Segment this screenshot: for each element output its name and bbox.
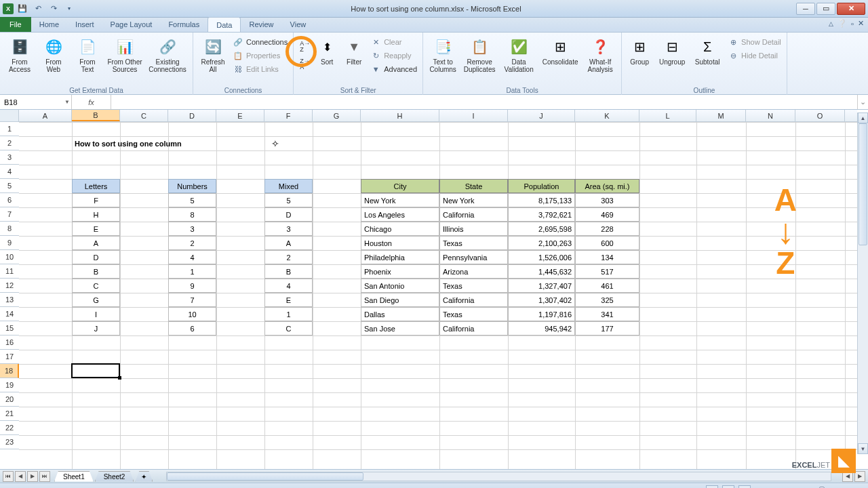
row-header-19[interactable]: 19 xyxy=(0,378,19,392)
formula-input[interactable] xyxy=(111,95,857,109)
text-to-columns-button[interactable]: 📑Text to Columns xyxy=(427,35,458,73)
cell[interactable]: 3 xyxy=(168,222,216,236)
column-header-M[interactable]: M xyxy=(696,110,746,121)
cell[interactable]: A xyxy=(264,236,313,250)
cell[interactable]: G xyxy=(72,293,120,307)
cell[interactable]: 3 xyxy=(264,222,313,236)
hscroll-thumb[interactable] xyxy=(167,472,363,481)
cell[interactable]: 8 xyxy=(168,207,216,222)
remove-duplicates-button[interactable]: 📋Remove Duplicates xyxy=(461,35,498,73)
cell[interactable]: New York xyxy=(439,193,508,207)
cell[interactable]: Chicago xyxy=(361,222,439,236)
cell[interactable]: D xyxy=(72,250,120,264)
cell[interactable]: 469 xyxy=(575,207,639,222)
column-header-J[interactable]: J xyxy=(508,110,575,121)
cell[interactable]: A xyxy=(72,236,120,250)
cell[interactable]: Area (sq. mi.) xyxy=(575,179,639,193)
row-header-20[interactable]: 20 xyxy=(0,392,19,407)
group-button[interactable]: ⊞Group xyxy=(626,35,653,66)
cell[interactable]: San Jose xyxy=(361,321,439,336)
column-header-D[interactable]: D xyxy=(168,110,216,121)
row-header-11[interactable]: 11 xyxy=(0,264,19,279)
from-text-button[interactable]: 📄From Text xyxy=(72,35,103,73)
row-header-2[interactable]: 2 xyxy=(0,136,19,150)
cell[interactable]: 5 xyxy=(264,193,313,207)
row-header-14[interactable]: 14 xyxy=(0,307,19,321)
advanced-filter-button[interactable]: ▼Advanced xyxy=(369,63,418,75)
cell[interactable]: Texas xyxy=(439,236,508,250)
cell[interactable]: D xyxy=(264,207,313,222)
cell[interactable]: 600 xyxy=(575,236,639,250)
selected-cell[interactable] xyxy=(71,363,120,378)
consolidate-button[interactable]: ⊞Consolidate xyxy=(540,35,580,66)
excel-icon[interactable]: X xyxy=(3,3,14,14)
cell[interactable]: B xyxy=(72,264,120,279)
cell[interactable]: 517 xyxy=(575,264,639,279)
cell[interactable]: 1,307,402 xyxy=(508,293,575,307)
cell[interactable]: Dallas xyxy=(361,307,439,321)
cell[interactable]: Population xyxy=(508,179,575,193)
cell[interactable]: 1,197,816 xyxy=(508,307,575,321)
next-sheet-button[interactable]: ▶ xyxy=(27,471,38,482)
tab-formulas[interactable]: Formulas xyxy=(160,17,208,32)
column-header-I[interactable]: I xyxy=(439,110,508,121)
close-button[interactable]: ✕ xyxy=(837,3,865,15)
cell[interactable]: Phoenix xyxy=(361,264,439,279)
cell[interactable]: 2 xyxy=(168,236,216,250)
column-header-K[interactable]: K xyxy=(575,110,639,121)
cell[interactable]: San Antonio xyxy=(361,279,439,293)
row-header-22[interactable]: 22 xyxy=(0,421,19,435)
qat-dropdown-icon[interactable]: ▾ xyxy=(62,2,76,16)
connections-button[interactable]: 🔗Connections xyxy=(231,36,289,48)
cell[interactable]: 6 xyxy=(168,321,216,336)
cell[interactable]: 228 xyxy=(575,222,639,236)
cell[interactable]: 1,327,407 xyxy=(508,279,575,293)
cell[interactable]: 1,445,632 xyxy=(508,264,575,279)
row-header-5[interactable]: 5 xyxy=(0,179,19,193)
tab-data[interactable]: Data xyxy=(208,17,241,32)
from-access-button[interactable]: 🗄️From Access xyxy=(4,35,35,73)
cell[interactable]: State xyxy=(439,179,508,193)
clear-filter-button[interactable]: ✕Clear xyxy=(369,36,418,48)
column-header-G[interactable]: G xyxy=(313,110,361,121)
fill-handle[interactable] xyxy=(118,376,121,380)
cell[interactable]: H xyxy=(72,207,120,222)
row-header-9[interactable]: 9 xyxy=(0,236,19,250)
cell[interactable]: 2,695,598 xyxy=(508,222,575,236)
scroll-thumb[interactable] xyxy=(859,123,867,245)
tab-view[interactable]: View xyxy=(282,17,315,32)
row-header-7[interactable]: 7 xyxy=(0,207,19,222)
ungroup-button[interactable]: ⊟Ungroup xyxy=(656,35,688,66)
cell[interactable]: Los Angeles xyxy=(361,207,439,222)
cell[interactable]: Texas xyxy=(439,307,508,321)
cell[interactable]: 303 xyxy=(575,193,639,207)
row-headers[interactable]: 1234567891011121314151617181920212223 xyxy=(0,122,19,449)
subtotal-button[interactable]: ΣSubtotal xyxy=(691,35,724,66)
maximize-button[interactable]: ▭ xyxy=(816,3,835,15)
from-other-sources-button[interactable]: 📊From Other Sources xyxy=(106,35,144,73)
sheet-tab-2[interactable]: Sheet2 xyxy=(95,471,134,482)
cell[interactable]: Mixed xyxy=(264,179,313,193)
cell[interactable]: 3,792,621 xyxy=(508,207,575,222)
cell[interactable]: 945,942 xyxy=(508,321,575,336)
vertical-scrollbar[interactable]: ▲ ▼ xyxy=(857,113,868,454)
cell[interactable]: 9 xyxy=(168,279,216,293)
row-header-1[interactable]: 1 xyxy=(0,122,19,136)
cell[interactable]: F xyxy=(72,193,120,207)
row-header-21[interactable]: 21 xyxy=(0,407,19,421)
scroll-right-button[interactable]: ▶ xyxy=(854,471,865,482)
cell[interactable]: California xyxy=(439,207,508,222)
column-header-F[interactable]: F xyxy=(264,110,313,121)
column-header-H[interactable]: H xyxy=(361,110,439,121)
row-header-23[interactable]: 23 xyxy=(0,435,19,449)
row-header-13[interactable]: 13 xyxy=(0,293,19,307)
restore-window-icon[interactable]: ▫ xyxy=(851,20,854,28)
row-header-3[interactable]: 3 xyxy=(0,150,19,165)
cell[interactable]: Numbers xyxy=(168,179,216,193)
cell[interactable]: Illinois xyxy=(439,222,508,236)
cell[interactable]: Pennsylvania xyxy=(439,250,508,264)
cell[interactable]: E xyxy=(264,293,313,307)
sort-az-button[interactable]: A→Z xyxy=(298,39,312,55)
column-header-B[interactable]: B xyxy=(72,110,120,121)
scroll-up-button[interactable]: ▲ xyxy=(858,113,868,123)
